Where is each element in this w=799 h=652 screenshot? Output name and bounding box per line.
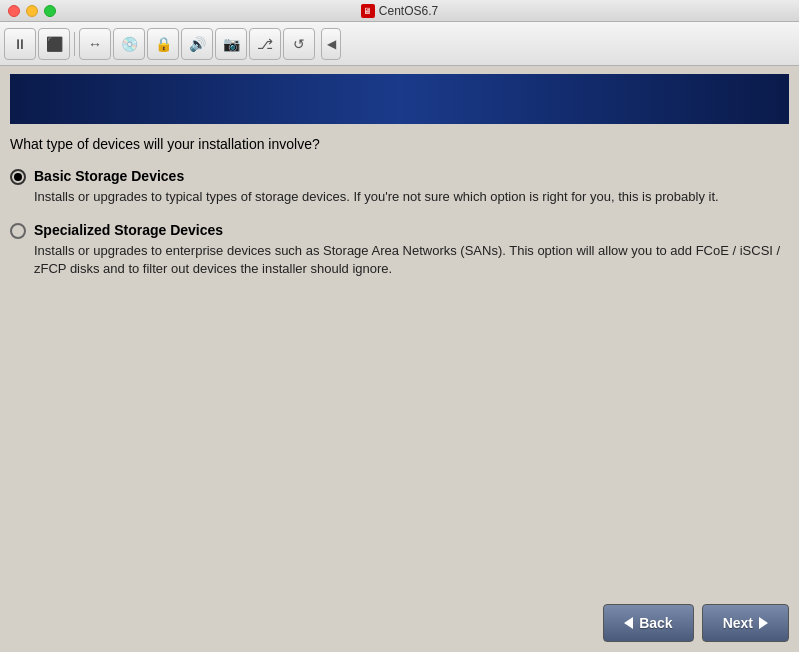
settings-btn[interactable]: ↔ — [79, 28, 111, 60]
toolbar-separator-1 — [74, 32, 75, 56]
banner — [10, 74, 789, 124]
maximize-button[interactable] — [44, 5, 56, 17]
lock-btn[interactable]: 🔒 — [147, 28, 179, 60]
window-controls — [8, 5, 56, 17]
basic-storage-radio[interactable] — [10, 169, 26, 185]
basic-storage-desc: Installs or upgrades to typical types of… — [34, 188, 719, 206]
close-button[interactable] — [8, 5, 20, 17]
cam-btn[interactable]: 📷 — [215, 28, 247, 60]
back-arrow-icon — [624, 617, 633, 629]
next-arrow-icon — [759, 617, 768, 629]
back-button[interactable]: Back — [603, 604, 693, 642]
window-title: 🖥 CentOS6.7 — [361, 4, 438, 18]
next-label: Next — [723, 615, 753, 631]
window-title-text: CentOS6.7 — [379, 4, 438, 18]
pause-btn[interactable]: ⏸ — [4, 28, 36, 60]
title-icon: 🖥 — [361, 4, 375, 18]
question-text: What type of devices will your installat… — [10, 136, 789, 152]
refresh-btn[interactable]: ↺ — [283, 28, 315, 60]
back-label: Back — [639, 615, 672, 631]
toolbar: ⏸ ⬛ ↔ 💿 🔒 🔊 📷 ⎇ ↺ ◀ — [0, 22, 799, 66]
basic-storage-content: Basic Storage Devices Installs or upgrad… — [34, 168, 719, 206]
specialized-storage-desc: Installs or upgrades to enterprise devic… — [34, 242, 789, 278]
basic-storage-option: Basic Storage Devices Installs or upgrad… — [10, 168, 789, 206]
title-bar: 🖥 CentOS6.7 — [0, 0, 799, 22]
screenshot-btn[interactable]: ⬛ — [38, 28, 70, 60]
specialized-storage-content: Specialized Storage Devices Installs or … — [34, 222, 789, 278]
audio-btn[interactable]: 🔊 — [181, 28, 213, 60]
usb-btn[interactable]: ⎇ — [249, 28, 281, 60]
specialized-storage-option: Specialized Storage Devices Installs or … — [10, 222, 789, 278]
specialized-storage-title: Specialized Storage Devices — [34, 222, 789, 238]
basic-storage-title: Basic Storage Devices — [34, 168, 719, 184]
specialized-storage-radio[interactable] — [10, 223, 26, 239]
minimize-button[interactable] — [26, 5, 38, 17]
main-content: What type of devices will your installat… — [0, 124, 799, 307]
bottom-nav: Back Next — [603, 604, 789, 642]
disk-btn[interactable]: 💿 — [113, 28, 145, 60]
arrow-btn[interactable]: ◀ — [321, 28, 341, 60]
next-button[interactable]: Next — [702, 604, 789, 642]
